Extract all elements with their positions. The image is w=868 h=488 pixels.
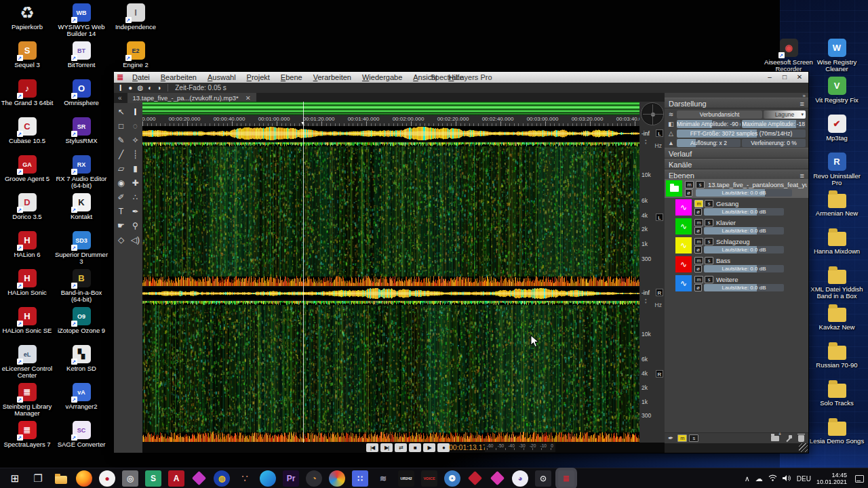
selection-mode-icon[interactable]: ●	[128, 84, 132, 92]
ink-tool-icon[interactable]: ✒	[668, 434, 673, 442]
menu-item[interactable]: Verarbeiten	[309, 73, 356, 83]
time-fade-field[interactable]: Zeit-Fade: 0.05 s	[175, 84, 226, 92]
title-bar[interactable]: ≣ SpectraLayers Pro DateiBearbeitenAuswa…	[114, 72, 808, 83]
volume-slider[interactable]: Lautstärke: 0.0 dB	[704, 246, 784, 253]
spectrogram-workarea[interactable]: 00:00:00.00000:00:20.00000:00:40.00000:0…	[142, 102, 639, 443]
desktop-icon[interactable]: S Sequel 3	[0, 39, 54, 77]
desktop-icon[interactable]: BT BitTorrent	[54, 39, 108, 77]
desktop-icon[interactable]: GA Groove Agent 5	[0, 153, 54, 191]
desktop-icon[interactable]: D Dorico 3.5	[0, 191, 54, 229]
layer-name[interactable]: Weitere	[716, 276, 738, 283]
tool-button[interactable]: ◉	[114, 176, 128, 190]
start-button[interactable]: ⊞	[7, 470, 23, 487]
red-diamond-app[interactable]	[468, 471, 482, 485]
wifi-icon[interactable]	[768, 474, 777, 483]
tool-button[interactable]: ∴	[128, 190, 142, 204]
solo-button[interactable]: s	[705, 276, 713, 283]
phase-invert-button[interactable]: ø	[694, 208, 702, 216]
left-channel-badge[interactable]: L	[656, 129, 663, 137]
mute-button[interactable]: m	[685, 181, 694, 188]
kanaele-header[interactable]: Kanäle	[665, 159, 808, 169]
menu-item[interactable]: Projekt	[242, 73, 275, 83]
language-indicator[interactable]: DEU	[797, 475, 811, 483]
solo-button[interactable]: s	[705, 200, 713, 207]
left-channel-spectrogram[interactable]	[142, 142, 639, 286]
screen-recorder[interactable]: ●	[99, 470, 115, 487]
desktop-icon[interactable]: RX RX 7 Audio Editor (64-bit)	[54, 153, 108, 191]
mute-button[interactable]: m	[694, 219, 703, 226]
close-button[interactable]: ✕	[793, 72, 806, 82]
tool-button[interactable]: ✒	[128, 204, 142, 218]
layer-row[interactable]: ∿ m s Schlagzeug ø Lautstärke: 0.0 dB	[665, 236, 808, 255]
project-overview-bar[interactable]	[142, 102, 639, 115]
onedrive-cloud-icon[interactable]: ☁	[755, 474, 763, 483]
layer-color-swatch[interactable]: ∿	[675, 256, 692, 272]
layer-color-swatch[interactable]: ∿	[675, 199, 692, 216]
tool-button[interactable]: ◌	[128, 119, 142, 133]
tool-button[interactable]: ╱	[114, 147, 128, 161]
capture-app[interactable]: ⊙	[535, 470, 551, 487]
menu-item[interactable]: Hilfe	[443, 73, 468, 83]
desktop-icon[interactable]: W Wise Registry Cleaner	[806, 37, 868, 75]
volume-slider[interactable]: Lautstärke: 0.0 dB	[704, 265, 784, 272]
selection-mode-icon[interactable]: ◐	[148, 84, 152, 92]
acrobat[interactable]: A	[168, 470, 184, 487]
mute-button[interactable]: m	[694, 200, 703, 207]
tool-button[interactable]: □	[114, 119, 128, 133]
volume-slider[interactable]: Lautstärke: 0.0 dB	[704, 284, 784, 291]
jog-wheel[interactable]	[641, 102, 664, 125]
action-center-icon[interactable]	[855, 475, 864, 483]
layer-row[interactable]: ∿ m s Gesang ø Lautstärke: 0.0 dB	[665, 198, 808, 217]
phase-invert-button[interactable]: ø	[685, 189, 692, 197]
layer-color-swatch[interactable]: ∿	[675, 275, 692, 291]
layer-row[interactable]: ∿ m s Klavier ø Lautstärke: 0.0 dB	[665, 217, 808, 236]
desktop-icon[interactable]: O9 iZotope Ozone 9	[54, 305, 108, 343]
tray-chevron-icon[interactable]: ∧	[745, 474, 750, 483]
desktop-icon[interactable]: C Cubase 10.5	[0, 115, 54, 153]
playhead[interactable]	[303, 102, 304, 443]
edge[interactable]	[260, 470, 276, 487]
phase-invert-button[interactable]: ø	[694, 265, 702, 272]
desktop-icon[interactable]: Solo Tracks	[806, 378, 868, 416]
desktop-icon[interactable]: WB WYSIWYG Web Builder 14	[54, 1, 108, 39]
desktop-icon[interactable]: ✔ Mp3tag	[806, 113, 868, 150]
solo-button[interactable]: s	[705, 238, 713, 245]
right-channel-waveform[interactable]	[142, 287, 639, 300]
go-to-start-button[interactable]: |◀	[366, 443, 378, 452]
desktop-icon[interactable]: Armenian New	[806, 188, 868, 226]
loop-button[interactable]: ⇄	[395, 443, 407, 452]
desktop-icon[interactable]: H HALion 6	[0, 229, 54, 267]
left-channel-mid-badge[interactable]: L	[656, 214, 663, 221]
layer-name[interactable]: Bass	[716, 257, 730, 264]
verlauf-header[interactable]: Verlauf	[665, 148, 808, 159]
left-channel-waveform[interactable]	[142, 126, 639, 141]
tool-button[interactable]: T	[114, 204, 128, 218]
layer-row[interactable]: ∿ m s Bass ø Lautstärke: 0.0 dB	[665, 255, 808, 274]
delete-layer-icon[interactable]	[798, 435, 804, 442]
speaker-icon[interactable]	[783, 474, 791, 483]
menu-item[interactable]: Bearbeiten	[156, 73, 201, 83]
phase-invert-button[interactable]: ø	[694, 284, 702, 291]
layer-color-swatch[interactable]: ∿	[675, 218, 692, 235]
ur242[interactable]: UR242	[398, 470, 414, 487]
spinner-icons[interactable]: ▴▾	[645, 138, 647, 145]
spinner-icons[interactable]: ▴▾	[645, 298, 647, 304]
playhead-marker-icon[interactable]: ▼	[300, 121, 305, 125]
tool-button[interactable]: ▱	[114, 161, 128, 176]
tool-button[interactable]: ✧	[128, 133, 142, 147]
group-layer-row[interactable]: m s 13.tape_five_-_pantaloons_feat_yulie…	[665, 179, 808, 198]
menu-item[interactable]: Ebene	[276, 73, 307, 83]
stop-button[interactable]: ■	[409, 443, 421, 452]
pink-diamond-app[interactable]	[490, 471, 505, 485]
tool-button[interactable]: ✚	[128, 176, 142, 190]
midi-app[interactable]: ❂	[444, 470, 460, 487]
firefox[interactable]	[76, 470, 92, 487]
tool-button[interactable]: ✐	[114, 190, 128, 204]
tool-button[interactable]: ↖	[114, 104, 128, 119]
desktop-icon[interactable]: eL eLicenser Control Center	[0, 343, 54, 381]
phase-invert-button[interactable]: ø	[694, 246, 702, 253]
gray-utility[interactable]: ◎	[122, 470, 138, 487]
task-view-button[interactable]: ❐	[30, 470, 46, 487]
magenta-diamond-app[interactable]	[192, 471, 206, 485]
spectralayers-taskbar[interactable]: ≣	[558, 470, 574, 487]
